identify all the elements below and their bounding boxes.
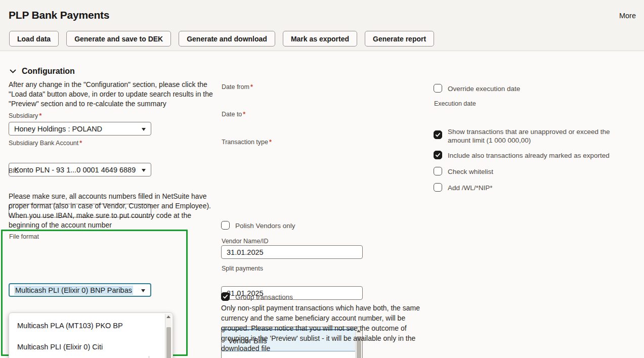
polish-vendors-only-label: Polish Vendors only (235, 221, 295, 230)
polish-vendors-only-checkbox[interactable]: Polish Vendors only (221, 221, 373, 230)
configuration-section-title: Configuration (22, 67, 75, 76)
subsidiary-select[interactable]: Honey Holdings : POLAND (9, 122, 151, 136)
include-exported-checkbox[interactable]: Include also transactions already marked… (434, 151, 632, 160)
checkbox-unchecked[interactable] (434, 167, 442, 175)
checkbox-unchecked[interactable] (221, 221, 230, 230)
checkbox-unchecked[interactable] (434, 183, 442, 192)
more-button[interactable]: More (619, 12, 636, 20)
required-marker: * (250, 83, 253, 91)
required-marker: * (39, 112, 41, 119)
override-execution-date-checkbox[interactable]: Override execution date (434, 84, 616, 93)
override-execution-date-label: Override execution date (448, 84, 520, 93)
file-format-combobox[interactable]: Multicash PLI (Elixir 0) BNP Paribas (9, 283, 151, 297)
load-data-button[interactable]: Load data (9, 31, 59, 47)
file-format-dropdown: Multicash PLA (MT103) PKO BP Multicash P… (9, 312, 173, 358)
chevron-down-icon (142, 169, 146, 172)
account-format-note: Please make sure, all accounts numbers f… (9, 192, 213, 230)
required-marker: * (269, 139, 272, 146)
file-format-value: Multicash PLI (Elixir 0) BNP Paribas (14, 286, 133, 295)
checkbox-unchecked[interactable] (434, 84, 442, 93)
split-payments-label: Split payments (222, 265, 263, 272)
page-title: PLP Bank Payments (9, 9, 109, 21)
checkmark-icon (223, 294, 228, 299)
show-unapproved-label: Show transactions that are unapproved or… (448, 127, 632, 145)
checkbox-checked[interactable] (434, 130, 442, 139)
check-whitelist-checkbox[interactable]: Check whitelist (434, 167, 585, 176)
subsidiary-label: Subsidiary* (9, 112, 41, 119)
date-from-label: Date from* (222, 83, 253, 91)
checkbox-checked[interactable] (221, 292, 230, 301)
file-format-label: File format (9, 233, 39, 240)
vendor-name-label: Vendor Name/ID (222, 238, 268, 245)
date-from-value: 31.01.2025 (227, 248, 264, 256)
plp-bank-payments-page: PLP Bank Payments More Load data Generat… (0, 0, 644, 358)
transaction-type-label: Transaction type* (222, 139, 272, 146)
show-unapproved-checkbox[interactable]: Show transactions that are unapproved or… (434, 127, 632, 145)
subsidiary-bank-account-label: Subsidiary Bank Account* (9, 140, 82, 147)
date-from-input[interactable]: 31.01.2025 (221, 245, 363, 259)
check-whitelist-label: Check whitelist (448, 167, 493, 176)
configuration-section-toggle[interactable]: Configuration (10, 67, 75, 76)
bic-label: BIC (9, 167, 19, 174)
subsidiary-value: Honey Holdings : POLAND (14, 125, 102, 133)
generate-download-button[interactable]: Generate and download (179, 31, 275, 47)
scrollbar-thumb[interactable] (166, 327, 171, 358)
group-transactions-note: Only non-split payment transactions whic… (221, 303, 423, 353)
generate-report-button[interactable]: Generate report (365, 31, 434, 47)
execution-date-label: Execution date (434, 100, 476, 107)
subsidiary-bank-account-select[interactable]: Konto PLN - 93 1...0 0001 4649 6889 (9, 163, 151, 176)
subsidiary-bank-account-value: Konto PLN - 93 1...0 0001 4649 6889 (14, 166, 136, 174)
scroll-up-icon[interactable] (166, 316, 170, 318)
include-exported-label: Include also transactions already marked… (448, 151, 610, 160)
checkmark-icon (435, 152, 441, 158)
generate-save-dek-button[interactable]: Generate and save to DEK (66, 31, 171, 47)
checkmark-icon (435, 132, 441, 138)
add-wl-nip-label: Add /WL/*NIP* (448, 183, 493, 192)
required-marker: * (243, 111, 245, 118)
file-format-option[interactable]: Multicash PLA (MT103) PKO BP (9, 315, 173, 336)
chevron-down-icon (142, 128, 146, 131)
configuration-intro-text: After any change in the "Configuration" … (9, 80, 213, 109)
chevron-down-icon (10, 69, 16, 74)
group-transactions-label: Group transactions (235, 292, 293, 301)
date-to-label: Date to* (222, 111, 245, 118)
toolbar: Load data Generate and save to DEK Gener… (9, 31, 434, 47)
page-header: PLP Bank Payments More Load data Generat… (0, 0, 644, 51)
checkbox-checked[interactable] (434, 151, 442, 159)
required-marker: * (79, 140, 82, 147)
chevron-down-icon (141, 289, 145, 292)
dropdown-scrollbar[interactable] (165, 314, 171, 358)
group-transactions-checkbox[interactable]: Group transactions (221, 292, 373, 301)
divider (149, 356, 149, 358)
add-wl-nip-checkbox[interactable]: Add /WL/*NIP* (434, 183, 585, 192)
mark-exported-button[interactable]: Mark as exported (283, 31, 357, 47)
file-format-option[interactable]: Multicash PLI (Elixir 0) Citi (9, 336, 173, 357)
